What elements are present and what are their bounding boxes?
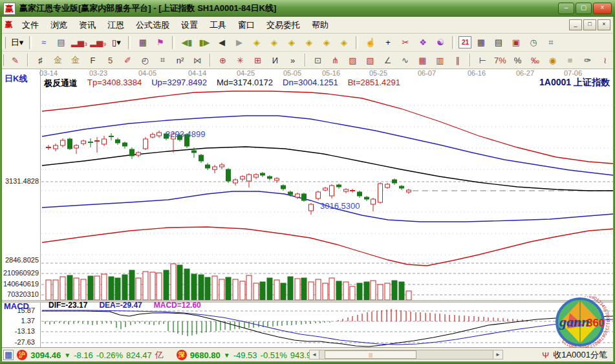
shade-grid-icon[interactable]: ▨ — [345, 53, 361, 68]
percent-band-icon[interactable]: 7% — [492, 53, 508, 68]
date-tick-06-16: 06-16 — [468, 69, 486, 77]
time-cycle-icon[interactable]: ◴ — [137, 53, 153, 68]
menu-item-settings[interactable]: 设置 — [175, 18, 204, 32]
ruler-percent-icon[interactable]: ⊢ — [475, 53, 491, 68]
zoom-left-icon[interactable]: ◈ — [248, 35, 264, 50]
kline-period-icon[interactable]: 日▾ — [9, 35, 25, 50]
f10-info-icon[interactable]: ▤ — [53, 35, 69, 50]
symbol-label: 1A0001 上证指数 — [539, 77, 610, 89]
colored-chart-icon[interactable]: ⚑ — [152, 35, 168, 50]
date-tick-07-06: 07-06 — [564, 69, 582, 77]
mirror-fold-icon[interactable]: ⋈ — [189, 53, 206, 68]
square-nine-icon[interactable]: n² — [172, 53, 188, 68]
horizontal-scrollbar[interactable]: ◄ ||| ► — [309, 350, 503, 359]
parallel-lines-icon[interactable]: ∥ — [449, 53, 466, 68]
notes-icon[interactable]: ▤ — [490, 35, 506, 50]
angle-pen-icon[interactable]: ✐ — [120, 53, 136, 68]
scroll-right-arrow-icon[interactable]: ► — [493, 350, 502, 359]
percent-icon[interactable]: % — [510, 53, 526, 68]
gann-box-icon[interactable]: ❖ — [415, 35, 431, 50]
prev-icon[interactable]: ◀ — [213, 35, 230, 50]
mdi-minimize-button[interactable]: _ — [569, 19, 582, 30]
menu-item-tools[interactable]: 工具 — [204, 18, 232, 32]
zigzag-icon[interactable]: ∿ — [397, 53, 413, 68]
menu-item-window[interactable]: 窗口 — [232, 18, 261, 32]
circle-cross-icon[interactable]: ⊕ — [215, 53, 231, 68]
first-bar-icon[interactable]: ◀▮ — [178, 35, 195, 50]
star-burst-icon[interactable]: ✳ — [232, 53, 248, 68]
menu-item-trade[interactable]: 交易委托 — [261, 18, 306, 32]
zoom-h-icon[interactable]: ◈ — [283, 35, 299, 50]
y-axis-label: 2846.8025 — [1, 256, 39, 264]
wave-curve-icon[interactable]: ≀ — [597, 53, 613, 68]
timeshare-chart-icon[interactable]: ≈ — [36, 35, 52, 50]
gold-grid2-icon[interactable]: 金 — [67, 53, 83, 68]
feed-status-label: 收1A0001分笔 — [553, 349, 607, 361]
scrollbar-thumb[interactable]: ||| — [325, 350, 416, 359]
box-select-icon[interactable]: ⊡ — [310, 53, 326, 68]
wave-analysis-icon[interactable]: ☯ — [432, 35, 448, 50]
hatch-grid-icon[interactable]: ▧ — [362, 53, 378, 68]
spiral-icon[interactable]: 5 — [102, 53, 118, 68]
macd-readout: DIF=-23.17 DEA=-29.47 MACD=12.60 — [49, 301, 201, 310]
divider-tool-icon[interactable]: ✂ — [397, 35, 413, 50]
shenzhen-badge-icon[interactable]: 深 — [177, 350, 187, 360]
menu-logo-icon: 赢 — [4, 20, 14, 30]
zoom-compress-icon[interactable]: ◈ — [301, 35, 317, 50]
calculator-icon[interactable]: ▦ — [473, 35, 489, 50]
close-button[interactable]: × — [593, 3, 612, 14]
menu-item-help[interactable]: 帮助 — [306, 18, 334, 32]
gann-grid-icon[interactable]: ♯ — [32, 53, 49, 68]
calendar-icon[interactable]: 21 — [459, 36, 471, 48]
angle-fan-icon[interactable]: ∠ — [380, 53, 396, 68]
shanghai-badge-icon[interactable]: 沪 — [17, 350, 27, 360]
menu-item-news[interactable]: 资讯 — [73, 18, 102, 32]
mdi-close-button[interactable]: × — [598, 19, 610, 30]
mdi-restore-button[interactable]: □ — [583, 19, 596, 30]
gold-grid-icon[interactable]: 金 — [50, 53, 66, 68]
maximize-button[interactable]: ▢ — [576, 3, 592, 14]
remote-data-icon[interactable]: ⌗ — [543, 35, 559, 50]
draw-pen-icon[interactable]: ✎ — [7, 53, 23, 68]
date-tick-04-05: 04-05 — [138, 69, 156, 77]
chart-region[interactable]: 日K线 03-1403-2304-0504-1404-2505-0505-160… — [0, 69, 615, 347]
sh-index-value[interactable]: 3094.46 — [30, 350, 61, 360]
menu-item-browse[interactable]: 浏览 — [45, 18, 73, 32]
wave-mark-icon[interactable]: И — [267, 53, 283, 68]
minichart-9-icon[interactable]: ▂▅₉ — [89, 35, 107, 50]
market-board-icon[interactable]: ▦ — [3, 350, 14, 360]
permille-icon[interactable]: ‰ — [527, 53, 543, 68]
gold-levels-icon[interactable]: ≡ — [562, 53, 578, 68]
minichart-3-icon[interactable]: ▂▅₃ — [70, 35, 88, 50]
more-tools-icon[interactable]: » — [285, 53, 301, 68]
fibonacci-icon[interactable]: F — [85, 53, 101, 68]
menu-item-formula[interactable]: 公式选股 — [130, 18, 175, 32]
square-target-icon[interactable]: ⊞ — [250, 53, 266, 68]
sh-amount-value: 824.47 — [126, 350, 152, 360]
dense-grid2-icon[interactable]: ▥ — [432, 53, 448, 68]
grid-lines-icon[interactable]: ⌗ — [155, 53, 171, 68]
menu-item-file[interactable]: 文件 — [16, 18, 45, 32]
scroll-left-arrow-icon[interactable]: ◄ — [310, 350, 319, 359]
crosshair-tool-icon[interactable]: + — [380, 35, 396, 50]
zoom-v-icon[interactable]: ◈ — [318, 35, 334, 50]
minimize-button[interactable]: – — [558, 3, 574, 14]
zoom-all-icon[interactable]: ◈ — [336, 35, 352, 50]
candle-style-icon[interactable]: ▯▾ — [108, 35, 124, 50]
zoom-right-icon[interactable]: ◈ — [266, 35, 282, 50]
next-icon[interactable]: ▶ — [231, 35, 247, 50]
data-refresh-icon[interactable]: ◷ — [525, 35, 541, 50]
menu-bar: 赢 文件浏览资讯江恩公式选股设置工具窗口交易委托帮助 _ □ × — [0, 17, 615, 34]
fan-lines-icon[interactable]: ⋔ — [327, 53, 343, 68]
hand-tool-icon[interactable]: ☝ — [362, 35, 378, 50]
sz-index-value[interactable]: 9680.80 — [190, 350, 221, 360]
indicator-up: Up=3297.8492 — [151, 78, 207, 89]
menu-item-gann[interactable]: 江恩 — [102, 18, 130, 32]
dense-grid-icon[interactable]: ▦ — [415, 53, 431, 68]
last-bar-icon[interactable]: ▮▶ — [196, 35, 212, 50]
gold-circle-icon[interactable]: ◉ — [545, 53, 561, 68]
save-icon[interactable]: ▣ — [508, 35, 524, 50]
trend-pen-icon[interactable]: ✑ — [579, 53, 596, 68]
y-axis-label: 3131.4828 — [1, 177, 39, 185]
channel-indicator-icon[interactable]: ▦ — [135, 35, 151, 50]
